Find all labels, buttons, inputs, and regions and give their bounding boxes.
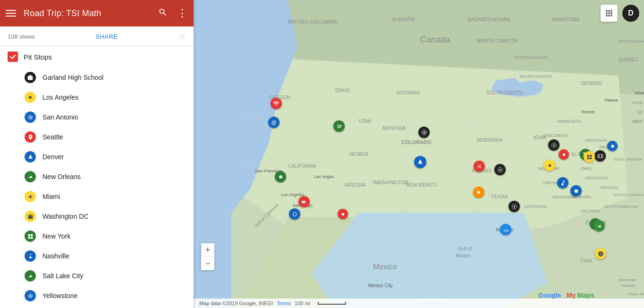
svg-text:NORTH DAKOTA: NORTH DAKOTA (477, 38, 518, 43)
svg-text:QUÉBEC: QUÉBEC (619, 57, 638, 62)
list-item[interactable]: San Antonio (0, 107, 194, 127)
miami-label: Miami (42, 193, 60, 200)
svg-text:My: My (567, 291, 576, 299)
list-item[interactable]: Los Angeles (0, 87, 194, 107)
views-count: 108 views (8, 33, 35, 40)
svg-text:NORTH DAKOTA: NORTH DAKOTA (515, 55, 548, 60)
map-container[interactable]: BRITISH COLUMBIA ALBERTA SASKATCHEWAN MA… (194, 0, 644, 308)
svg-text:Google: Google (538, 291, 561, 299)
svg-text:KANSAS: KANSAS (472, 168, 491, 173)
svg-text:VIRGINIA: VIRGINIA (600, 185, 619, 190)
san-antonio-label: San Antonio (42, 113, 78, 121)
svg-text:NEW MEXICO: NEW MEXICO (406, 182, 437, 188)
miami-icon (25, 191, 36, 202)
new-york-icon (25, 231, 36, 242)
share-button[interactable]: SHARE (95, 33, 118, 40)
svg-text:TEXAS: TEXAS (491, 194, 508, 199)
svg-point-1 (29, 96, 32, 99)
list-item[interactable]: Salt Lake City (0, 266, 194, 286)
yellowstone-label: Yellowstone (42, 292, 77, 299)
pit-stops-checkbox[interactable] (8, 51, 18, 62)
svg-text:CALIFORNIA: CALIFORNIA (288, 163, 316, 169)
svg-rect-7 (28, 234, 30, 236)
svg-text:ALBERTA: ALBERTA (392, 17, 415, 22)
svg-text:Dominican: Dominican (619, 278, 636, 282)
svg-text:WEST VIRGINIA: WEST VIRGINIA (614, 157, 643, 162)
svg-text:Houston: Houston (496, 227, 513, 232)
svg-text:LOUISIANA: LOUISIANA (524, 204, 547, 209)
washington-dc-label: Washington DC (42, 213, 89, 220)
svg-text:NOVA SCOTIA: NOVA SCOTIA (633, 101, 644, 105)
scale-bar (318, 302, 346, 305)
list-item[interactable]: Miami (0, 187, 194, 206)
star-icon[interactable]: ☆ (178, 31, 186, 42)
new-orleans-icon (25, 171, 36, 182)
svg-text:MICHIGAN: MICHIGAN (585, 138, 607, 143)
svg-text:Canada: Canada (420, 35, 450, 44)
svg-text:BRITISH COLUMBIA: BRITISH COLUMBIA (288, 19, 338, 25)
list-item[interactable]: Yellowstone (0, 286, 194, 306)
list-item[interactable]: Seattle (0, 127, 194, 147)
user-avatar[interactable]: D (622, 5, 639, 22)
los-angeles-label: Los Angeles (42, 94, 78, 101)
page-title: Road Trip: TSI Math (24, 9, 158, 18)
svg-rect-6 (28, 215, 33, 219)
san-antonio-icon (25, 111, 36, 123)
svg-text:WISCONSIN: WISCONSIN (543, 133, 568, 138)
zoom-controls: + − (201, 243, 214, 270)
places-list: Garland High School Los Angeles San Anto… (0, 66, 194, 308)
svg-text:SOUTH CAROLINA: SOUTH CAROLINA (614, 193, 644, 197)
search-icon[interactable] (158, 8, 168, 19)
svg-point-12 (29, 295, 31, 296)
svg-text:KENTUCKY: KENTUCKY (585, 176, 609, 180)
svg-text:ILLINOIS: ILLINOIS (571, 152, 591, 157)
svg-text:Mexico City: Mexico City (368, 283, 393, 288)
map-background: BRITISH COLUMBIA ALBERTA SASKATCHEWAN MA… (194, 0, 644, 308)
svg-text:Montréal: Montréal (635, 91, 644, 95)
menu-button[interactable] (6, 10, 16, 17)
garland-label: Garland High School (42, 74, 103, 81)
svg-text:WASHINGTON: WASHINGTON (373, 180, 408, 185)
zoom-in-button[interactable]: + (201, 243, 214, 257)
svg-rect-5 (28, 196, 33, 197)
svg-text:ONTARIO: ONTARIO (581, 81, 602, 86)
list-item[interactable]: Denver (0, 147, 194, 167)
svg-text:San Francisco: San Francisco (255, 169, 282, 173)
svg-rect-9 (28, 237, 30, 239)
list-item[interactable]: Kansas City (0, 306, 194, 308)
more-icon[interactable]: ⋮ (177, 7, 188, 19)
new-york-label: New York (42, 232, 70, 240)
list-item[interactable]: New Orleans (0, 167, 194, 187)
svg-text:WYOMING: WYOMING (397, 90, 420, 95)
svg-text:MISSISSIPPI: MISSISSIPPI (552, 195, 578, 199)
list-item[interactable]: New York (0, 226, 194, 246)
list-item[interactable]: Garland High School (0, 68, 194, 87)
svg-text:SASKATCHEWAN: SASKATCHEWAN (467, 17, 510, 22)
svg-text:NB: NB (637, 110, 643, 114)
svg-text:ARIZONA: ARIZONA (345, 182, 366, 188)
svg-text:NEVADA: NEVADA (349, 152, 369, 157)
map-footer: Map data ©2019 Google, INEGI Terms 100 m… (194, 299, 644, 308)
list-item[interactable]: Nashville (0, 246, 194, 266)
map-copyright: Map data ©2019 Google, INEGI (199, 300, 273, 306)
map-terms-link[interactable]: Terms (277, 300, 291, 306)
denver-label: Denver (42, 153, 64, 161)
svg-text:Cuba: Cuba (581, 258, 592, 263)
svg-text:Republic: Republic (621, 283, 636, 288)
salt-lake-city-label: Salt Lake City (42, 272, 83, 280)
svg-text:Toronto: Toronto (581, 110, 595, 114)
zoom-out-button[interactable]: − (201, 257, 214, 270)
los-angeles-icon (25, 92, 36, 103)
svg-text:FLORIDA: FLORIDA (585, 220, 606, 225)
header-icons: ⋮ (158, 7, 188, 19)
header: Road Trip: TSI Math ⋮ (0, 0, 194, 26)
svg-rect-0 (28, 76, 33, 80)
svg-text:MINNESOTA: MINNESOTA (557, 119, 582, 124)
list-item[interactable]: Washington DC (0, 206, 194, 226)
section-title: Pit Stops (24, 53, 52, 61)
svg-text:Gulf of: Gulf of (458, 246, 472, 251)
garland-icon (25, 72, 36, 83)
svg-text:San Diego: San Diego (293, 203, 313, 208)
grid-button[interactable] (601, 5, 618, 22)
denver-icon (25, 151, 36, 163)
